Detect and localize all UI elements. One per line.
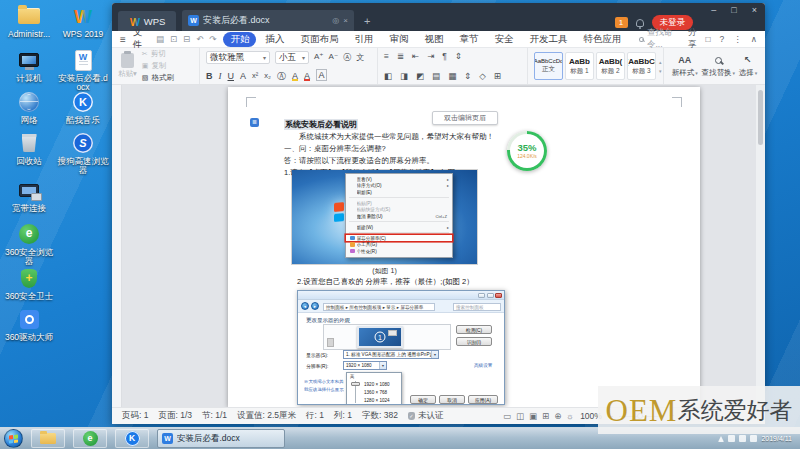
menu-tab[interactable]: 开始 <box>223 32 256 47</box>
style-card[interactable]: AaBb( 标题 2 <box>596 52 625 80</box>
font-format-icon[interactable]: I <box>219 71 222 81</box>
edit-header-hint-button[interactable]: 双击编辑页眉 <box>432 111 498 125</box>
tray-icon[interactable] <box>739 435 746 442</box>
view-mode-icon[interactable]: ▭ <box>503 411 511 421</box>
bell-icon[interactable] <box>636 19 644 27</box>
tray-icon[interactable] <box>728 435 735 442</box>
desktop-icon-sogou[interactable]: 搜狗高速浏览器 <box>57 131 109 175</box>
font-tool-icon[interactable]: Ⓐ <box>343 52 351 63</box>
desktop-icon-360-browser[interactable]: 360安全浏览器 <box>3 222 55 266</box>
font-format-icon[interactable]: B <box>206 71 213 81</box>
breadcrumb[interactable]: 控制面板 ▸ 所有控制面板项 ▸ 显示 ▸ 屏幕分辨率 <box>323 303 435 311</box>
resolution-option[interactable]: 1024 × 768 <box>364 404 400 405</box>
help-icon[interactable]: ? <box>720 34 725 44</box>
paragraph-tool-icon[interactable]: ◧ <box>384 71 392 81</box>
context-menu-item[interactable]: 小工具(G) <box>346 241 452 248</box>
monitor-icon[interactable]: 1 <box>357 326 403 348</box>
resolution-dropdown[interactable]: 高 1920 × 10801360 × 7681280 × 10241024 ×… <box>346 372 402 405</box>
navigation-strip[interactable] <box>112 85 122 407</box>
paragraph-tool-icon[interactable]: ▤ <box>432 71 440 81</box>
quick-access-icon[interactable]: ▤ <box>156 34 164 44</box>
desktop-icon-computer[interactable]: 计算机 <box>3 48 55 83</box>
resolution-option[interactable]: 1920 × 1080 <box>364 380 400 388</box>
font-format-icon[interactable]: A <box>240 71 246 81</box>
select-button[interactable]: ↖ 选择▾ <box>739 55 758 78</box>
new-tab-button[interactable]: + <box>364 15 370 27</box>
font-format-icon[interactable]: x² <box>252 71 258 81</box>
taskbar-wps-task-button[interactable]: W 安装后必看.docx <box>157 429 285 448</box>
font-format-icon[interactable]: A <box>292 71 298 81</box>
format-painter-button[interactable]: ▧ 格式刷 <box>142 73 174 83</box>
context-menu-item[interactable] <box>349 221 449 222</box>
copy-button[interactable]: ▣ 复制 <box>142 61 174 71</box>
context-menu-item[interactable]: 撤消 删除(U) Ctrl+Z <box>346 213 452 220</box>
find-replace-button[interactable]: 查找替换▾ <box>701 55 735 78</box>
context-menu-item[interactable]: 个性化(R) <box>346 248 452 255</box>
context-menu-item[interactable]: 粘贴(P) <box>346 200 452 207</box>
resolution-option[interactable]: 1360 × 768 <box>364 388 400 396</box>
view-mode-icon[interactable]: ⊞ <box>542 411 549 421</box>
context-menu-item[interactable]: 刷新(E) <box>346 189 452 196</box>
cancel-button[interactable]: 取消 <box>439 395 465 404</box>
resolution-select[interactable]: 1920 × 1080 ▾ <box>343 361 387 370</box>
paragraph-tool-icon[interactable]: ⇕ <box>455 51 462 61</box>
document-tab[interactable]: W 安装后必看.docx ◎ × <box>182 10 354 31</box>
dialog-link[interactable]: 放大或缩小文本和其他项目 <box>304 379 344 387</box>
document-page[interactable]: 双击编辑页眉 ≣ 系统安装后必看说明 系统城技术为大家提供一些常见问题，希望对大… <box>228 87 700 407</box>
menu-tab[interactable]: 安全 <box>487 32 520 47</box>
paragraph-tool-icon[interactable]: ⇕ <box>464 71 471 81</box>
font-format-icon[interactable]: x₂ <box>264 71 271 81</box>
desktop-icon-360-driver[interactable]: 360驱动大师 <box>3 307 55 342</box>
minimize-button[interactable]: – <box>711 5 716 15</box>
menu-tab[interactable]: 特色应用 <box>576 32 628 47</box>
paste-button[interactable]: 粘贴▾ <box>118 51 137 81</box>
hamburger-icon[interactable]: ≡ <box>120 34 126 45</box>
cut-button[interactable]: ✂ 剪切 <box>142 49 174 59</box>
close-button[interactable]: × <box>752 5 757 15</box>
paragraph-tool-icon[interactable]: ◩ <box>416 71 424 81</box>
context-menu-item[interactable]: 排序方式(O) ▸ <box>346 183 452 190</box>
paragraph-tool-icon[interactable]: ⇤ <box>412 51 419 61</box>
desktop-icon-kuwo[interactable]: 酷我音乐 <box>57 90 109 125</box>
desktop-icon-network[interactable]: 网络 <box>3 90 55 125</box>
desktop-icon-360-safe[interactable]: 360安全卫士 <box>3 266 55 301</box>
tab-close-icon[interactable]: × <box>343 16 348 25</box>
font-tool-icon[interactable]: 文 <box>356 52 364 63</box>
paragraph-tool-icon[interactable]: ▦ <box>448 71 456 81</box>
taskbar-explorer-button[interactable] <box>31 429 65 448</box>
context-menu-item[interactable] <box>349 232 449 233</box>
menu-tab[interactable]: 引用 <box>347 32 380 47</box>
more-icon[interactable]: ⋮ <box>733 34 742 44</box>
view-mode-icon[interactable]: ⊕ <box>554 411 561 421</box>
show-hidden-icons-button[interactable] <box>718 436 724 442</box>
maximize-button[interactable] <box>487 293 494 298</box>
menu-tab[interactable]: 开发工具 <box>522 32 574 47</box>
paragraph-tool-icon[interactable]: ¶ <box>442 51 447 61</box>
font-tool-icon[interactable]: A⁻ <box>329 52 339 63</box>
paragraph-tool-icon[interactable]: ◨ <box>400 71 408 81</box>
font-format-icon[interactable]: A <box>304 71 310 81</box>
tray-icon[interactable] <box>750 435 757 442</box>
context-menu-item[interactable]: 粘贴快捷方式(S) <box>346 207 452 214</box>
context-menu-item[interactable]: 查看(V) ▸ <box>346 176 452 183</box>
smart-tag-icon[interactable]: ≣ <box>250 118 259 127</box>
font-size-select[interactable]: 小五▾ <box>275 51 309 64</box>
clock-date[interactable]: 2019/4/11 <box>761 435 792 443</box>
font-tool-icon[interactable]: A⁺ <box>314 52 324 63</box>
quick-access-icon[interactable]: ↶ <box>196 34 203 44</box>
menu-tab[interactable]: 视图 <box>417 32 450 47</box>
display-select[interactable]: 1. 标准 VGA 图形适配器 上的 通用非PnP监视器 ▾ <box>343 350 439 359</box>
minimize-button[interactable] <box>478 293 485 298</box>
style-card[interactable]: (AaBbC( 标题 3 <box>627 52 656 80</box>
style-gallery-scroll[interactable]: ▴ ▾ <box>659 59 662 74</box>
paragraph-tool-icon[interactable]: ⊞ <box>494 71 501 81</box>
advanced-settings-link[interactable]: 高级设置 <box>474 363 492 368</box>
context-menu-item[interactable] <box>349 197 449 198</box>
new-style-button[interactable]: AA 新样式▾ <box>672 55 698 78</box>
style-card[interactable]: AaBb 标题 1 <box>565 52 594 80</box>
maximize-button[interactable]: □ <box>731 5 736 15</box>
desktop-icon-broadband[interactable]: 宽带连接 <box>3 178 55 213</box>
taskbar-kuwo-button[interactable] <box>115 429 149 448</box>
quick-access-icon[interactable]: ⊡ <box>170 34 177 44</box>
style-card[interactable]: AaBbCcDd 正文 <box>534 52 563 80</box>
